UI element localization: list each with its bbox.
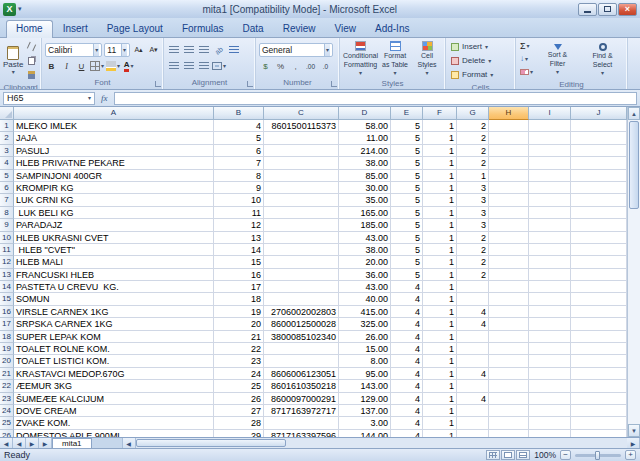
cell-E10[interactable]: 5 <box>391 232 423 244</box>
maximize-button[interactable] <box>598 3 617 16</box>
cell-F7[interactable]: 1 <box>423 194 457 206</box>
cell-A17[interactable]: SRPSKA CARNEX 1KG <box>14 318 214 330</box>
cell-H8[interactable] <box>489 207 529 219</box>
cell-I15[interactable] <box>529 293 571 305</box>
cell-H13[interactable] <box>489 269 529 281</box>
cell-A26[interactable]: DOMESTOS APLE 900ML <box>14 430 214 437</box>
cell-C17[interactable]: 8600012500028 <box>264 318 339 330</box>
cell-A2[interactable]: JAJA <box>14 132 214 144</box>
cell-I24[interactable] <box>529 405 571 417</box>
italic-button[interactable]: I <box>60 60 73 73</box>
cell-I16[interactable] <box>529 306 571 318</box>
cell-I12[interactable] <box>529 256 571 268</box>
cell-B8[interactable]: 11 <box>214 207 264 219</box>
cell-C1[interactable]: 8601500115373 <box>264 120 339 132</box>
cell-H16[interactable] <box>489 306 529 318</box>
cell-H11[interactable] <box>489 244 529 256</box>
cell-G19[interactable] <box>457 343 489 355</box>
row-header-7[interactable]: 7 <box>0 194 14 206</box>
comma-style-button[interactable]: , <box>289 60 302 73</box>
cell-D15[interactable]: 40.00 <box>339 293 391 305</box>
cell-G3[interactable]: 2 <box>457 145 489 157</box>
minimize-button[interactable] <box>578 3 597 16</box>
cell-D22[interactable]: 143.00 <box>339 380 391 392</box>
cell-H9[interactable] <box>489 219 529 231</box>
cell-B22[interactable]: 25 <box>214 380 264 392</box>
cell-H18[interactable] <box>489 331 529 343</box>
row-header-9[interactable]: 9 <box>0 219 14 231</box>
cell-C22[interactable]: 8601610350218 <box>264 380 339 392</box>
cell-G16[interactable]: 4 <box>457 306 489 318</box>
tab-review[interactable]: Review <box>274 21 325 37</box>
cell-E20[interactable]: 4 <box>391 355 423 367</box>
align-center-button[interactable] <box>182 60 195 73</box>
align-top-button[interactable] <box>167 44 180 57</box>
cell-F17[interactable]: 1 <box>423 318 457 330</box>
cell-H26[interactable] <box>489 430 529 437</box>
cell-C26[interactable]: 8717163397596 <box>264 430 339 437</box>
row-header-20[interactable]: 20 <box>0 355 14 367</box>
cell-B23[interactable]: 26 <box>214 393 264 405</box>
cell-styles-button[interactable]: Cell Styles ▾ <box>412 40 442 77</box>
cell-C25[interactable] <box>264 417 339 429</box>
cell-J20[interactable] <box>571 355 627 367</box>
number-format-select[interactable]: General▾ <box>259 43 333 57</box>
accounting-format-button[interactable]: $ <box>259 60 272 73</box>
scroll-left-button[interactable]: ◀ <box>123 438 136 448</box>
clear-button[interactable]: ▾ <box>519 66 534 78</box>
cell-B24[interactable]: 27 <box>214 405 264 417</box>
cell-F18[interactable]: 1 <box>423 331 457 343</box>
cell-G22[interactable] <box>457 380 489 392</box>
cell-H19[interactable] <box>489 343 529 355</box>
sheet-tab-mita1[interactable]: mita1 <box>52 438 92 448</box>
tab-add-ins[interactable]: Add-Ins <box>366 21 418 37</box>
find-select-button[interactable]: Find & Select ▾ <box>581 42 624 77</box>
cell-J13[interactable] <box>571 269 627 281</box>
page-layout-view-button[interactable] <box>501 450 515 460</box>
cell-F6[interactable]: 1 <box>423 182 457 194</box>
cell-J22[interactable] <box>571 380 627 392</box>
borders-button[interactable]: ▾ <box>90 60 104 73</box>
cell-F8[interactable]: 1 <box>423 207 457 219</box>
cell-D5[interactable]: 85.00 <box>339 170 391 182</box>
cell-F24[interactable]: 1 <box>423 405 457 417</box>
decrease-decimal-button[interactable]: .0 <box>319 60 332 73</box>
shrink-font-button[interactable]: A▾ <box>147 44 160 57</box>
cell-A16[interactable]: VIRSLE CARNEX 1KG <box>14 306 214 318</box>
cell-C3[interactable] <box>264 145 339 157</box>
zoom-out-button[interactable]: − <box>560 450 571 460</box>
cell-D25[interactable]: 3.00 <box>339 417 391 429</box>
name-box[interactable]: H65▾ <box>3 92 95 105</box>
cell-F1[interactable]: 1 <box>423 120 457 132</box>
cell-F12[interactable]: 1 <box>423 256 457 268</box>
close-button[interactable]: × <box>618 3 637 16</box>
cell-C18[interactable]: 3800085102340 <box>264 331 339 343</box>
cell-B17[interactable]: 20 <box>214 318 264 330</box>
cell-B10[interactable]: 13 <box>214 232 264 244</box>
cell-E12[interactable]: 5 <box>391 256 423 268</box>
cell-I14[interactable] <box>529 281 571 293</box>
cell-H24[interactable] <box>489 405 529 417</box>
cell-D18[interactable]: 26.00 <box>339 331 391 343</box>
cell-J16[interactable] <box>571 306 627 318</box>
cell-D19[interactable]: 15.00 <box>339 343 391 355</box>
cell-B4[interactable]: 7 <box>214 157 264 169</box>
zoom-slider-thumb[interactable] <box>595 451 600 460</box>
cell-B11[interactable]: 14 <box>214 244 264 256</box>
sort-filter-button[interactable]: Sort & Filter ▾ <box>536 43 579 76</box>
cell-A3[interactable]: PASULJ <box>14 145 214 157</box>
cell-I3[interactable] <box>529 145 571 157</box>
cell-B18[interactable]: 21 <box>214 331 264 343</box>
row-header-15[interactable]: 15 <box>0 293 14 305</box>
cell-C19[interactable] <box>264 343 339 355</box>
cell-E11[interactable]: 5 <box>391 244 423 256</box>
cell-D11[interactable]: 38.00 <box>339 244 391 256</box>
horizontal-scrollbar[interactable]: ◀ ▶ <box>122 438 640 448</box>
cell-A8[interactable]: LUK BELI KG <box>14 207 214 219</box>
cell-F2[interactable]: 1 <box>423 132 457 144</box>
cell-C6[interactable] <box>264 182 339 194</box>
cell-F22[interactable]: 1 <box>423 380 457 392</box>
cell-E24[interactable]: 4 <box>391 405 423 417</box>
cell-B3[interactable]: 6 <box>214 145 264 157</box>
cell-E23[interactable]: 4 <box>391 393 423 405</box>
